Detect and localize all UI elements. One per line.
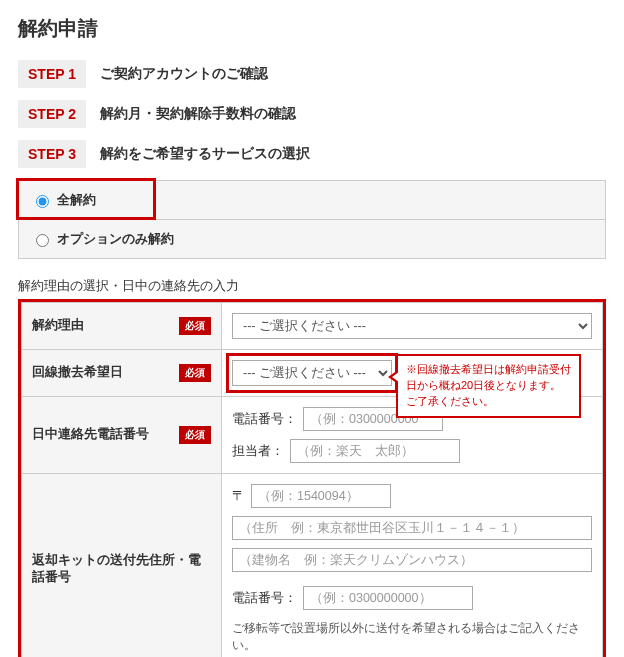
step-badge: STEP 2 [18, 100, 86, 128]
option-full-cancel-label: 全解約 [57, 191, 96, 209]
row-return-kit-label: 返却キットの送付先住所・電話番号 [22, 474, 222, 658]
service-option-group: 全解約 オプションのみ解約 [18, 180, 606, 259]
step-label: 解約月・契約解除手数料の確認 [100, 105, 296, 123]
return-phone-input[interactable] [303, 586, 473, 610]
radio-option-only[interactable] [36, 234, 49, 247]
phone-label: 電話番号： [232, 411, 297, 428]
step-badge: STEP 1 [18, 60, 86, 88]
step-row-1: STEP 1 ご契約アカウントのご確認 [18, 60, 606, 88]
step-label: ご契約アカウントのご確認 [100, 65, 268, 83]
row-return-kit-label-text: 返却キットの送付先住所・電話番号 [32, 553, 201, 584]
removal-date-callout: ※回線撤去希望日は解約申請受付日から概ね20日後となります。ご了承ください。 [396, 354, 581, 418]
required-badge: 必須 [179, 317, 211, 335]
form-highlight: 解約理由 必須 --- ご選択ください --- 回線撤去希望日 必須 --- ご… [18, 299, 606, 657]
row-day-phone-label-text: 日中連絡先電話番号 [32, 427, 149, 441]
step-row-2: STEP 2 解約月・契約解除手数料の確認 [18, 100, 606, 128]
address-input[interactable] [232, 516, 592, 540]
option-only-cancel-label: オプションのみ解約 [57, 230, 174, 248]
person-label: 担当者： [232, 443, 284, 460]
step-row-3: STEP 3 解約をご希望するサービスの選択 [18, 140, 606, 168]
option-full-cancel[interactable]: 全解約 [19, 181, 605, 220]
required-badge: 必須 [179, 364, 211, 382]
option-only-cancel[interactable]: オプションのみ解約 [19, 220, 605, 259]
return-phone-label: 電話番号： [232, 590, 297, 607]
removal-date-select[interactable]: --- ご選択ください --- [232, 360, 392, 386]
row-removal-date-label-text: 回線撤去希望日 [32, 365, 123, 379]
subsection-title: 解約理由の選択・日中の連絡先の入力 [18, 277, 606, 295]
step-label: 解約をご希望するサービスの選択 [100, 145, 310, 163]
radio-full-cancel[interactable] [36, 195, 49, 208]
page-title: 解約申請 [18, 15, 606, 42]
row-removal-date-label: 回線撤去希望日 必須 [22, 350, 222, 397]
step-badge: STEP 3 [18, 140, 86, 168]
building-input[interactable] [232, 548, 592, 572]
row-reason-label-text: 解約理由 [32, 318, 84, 332]
day-person-input[interactable] [290, 439, 460, 463]
required-badge: 必須 [179, 426, 211, 444]
zip-prefix: 〒 [232, 488, 245, 505]
reason-select[interactable]: --- ご選択ください --- [232, 313, 592, 339]
row-reason-label: 解約理由 必須 [22, 303, 222, 350]
row-day-phone-label: 日中連絡先電話番号 必須 [22, 397, 222, 474]
zip-input[interactable] [251, 484, 391, 508]
return-kit-note: ご移転等で設置場所以外に送付を希望される場合はご記入ください。 [232, 620, 592, 655]
